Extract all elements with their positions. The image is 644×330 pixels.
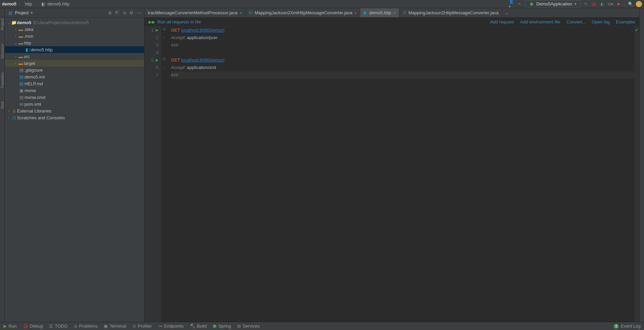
breadcrumb-root[interactable]: demo5: [2, 1, 16, 6]
locate-icon[interactable]: ⊕: [108, 10, 112, 15]
project-view-icon: ▥: [7, 10, 13, 16]
inspection-ok-icon[interactable]: ✔: [635, 28, 638, 33]
profiler-icon: ⊙: [133, 324, 136, 329]
tool-structure-tab[interactable]: Structure: [0, 44, 4, 59]
open-log-link[interactable]: Open log: [592, 19, 610, 24]
tree-help[interactable]: ▤ HELP.md: [5, 80, 144, 87]
collapse-all-icon[interactable]: ⇲: [122, 10, 126, 15]
tree-gitignore[interactable]: ▤ .gitignore: [5, 67, 144, 73]
run-all-requests-button[interactable]: ▶▶ Run all requests in file: [149, 19, 201, 24]
tool-web-tab[interactable]: Web: [0, 101, 4, 109]
close-icon[interactable]: ×: [240, 11, 242, 15]
title-bar: demo5 〉 http 〉 ◧ demo5.http 👤▾ ↖ ⬢ Demo5…: [0, 0, 644, 8]
close-icon[interactable]: ×: [354, 11, 356, 15]
status-endpoints[interactable]: ⫘Endpoints: [158, 324, 184, 329]
add-request-link[interactable]: Add request: [490, 19, 514, 24]
hammer-build-icon[interactable]: ↖: [517, 1, 522, 7]
tree-http-folder[interactable]: ⌄▬ http: [5, 39, 144, 46]
run-icon[interactable]: ↻: [583, 1, 589, 7]
project-tree[interactable]: ⌄📁 demo5 D:\JavaProjects\boot\demo5 ›▬ .…: [5, 18, 144, 322]
debug-icon[interactable]: 🐞: [591, 1, 597, 7]
tab-label: MappingJackson2HttpMessageConverter.java: [408, 10, 499, 15]
warning-icon: ⊘: [74, 324, 77, 329]
tab-abstract-processor[interactable]: tractMessageConverterMethodProcessor.jav…: [144, 8, 245, 18]
dropdown-arrow-icon[interactable]: ▾: [31, 10, 33, 15]
http-file-icon: ◧: [364, 11, 367, 15]
spring-leaf-icon: ⬢: [529, 1, 534, 7]
expand-all-icon[interactable]: ⇱: [115, 10, 119, 15]
fold-icon[interactable]: ⊟: [163, 27, 166, 31]
status-spring[interactable]: ⬢Spring: [213, 324, 231, 329]
line-number: 1: [151, 27, 154, 34]
status-run[interactable]: ▶Run: [3, 324, 17, 329]
tree-iml[interactable]: ▤ demo5.iml: [5, 73, 144, 80]
profile-icon[interactable]: ⊙▾: [608, 1, 613, 7]
tree-http-file[interactable]: ◧ demo5.http: [5, 46, 144, 53]
tree-mvnw[interactable]: ▣ mvnw: [5, 87, 144, 94]
breadcrumb-file[interactable]: demo5.http: [48, 1, 70, 6]
tree-scratches[interactable]: ›◳ Scratches and Consoles: [5, 114, 144, 121]
status-event-log[interactable]: 1 Event Log: [614, 324, 641, 329]
run-request-icon[interactable]: ▶: [156, 56, 158, 64]
tool-project-tab[interactable]: Project: [0, 18, 4, 30]
dropdown-arrow-icon: ▾: [574, 1, 577, 6]
tree-external-libs[interactable]: ›⫼ External Libraries: [5, 107, 144, 114]
tree-pom[interactable]: m pom.xml: [5, 101, 144, 107]
tree-label: demo5.http: [31, 47, 53, 52]
add-user-icon[interactable]: 👤▾: [509, 1, 514, 7]
status-problems[interactable]: ⊘Problems: [74, 324, 98, 329]
tab-json-converter[interactable]: Ⓒ MappingJackson2HttpMessageConverter.ja…: [399, 8, 502, 18]
status-todo[interactable]: ☰TODO: [49, 324, 67, 329]
tool-favorites-tab[interactable]: Favorites: [0, 72, 4, 88]
tree-label: src: [24, 54, 30, 59]
http-file-icon: ◧: [24, 47, 31, 52]
code-editor[interactable]: 1▶ 2 3 4 5▶ 6 7 ⊟ ⌞ ⊟ ⌞ GET localhost:80…: [144, 27, 639, 322]
fold-icon[interactable]: ⊟: [163, 57, 166, 61]
breadcrumb: demo5 〉 http 〉 ◧ demo5.http: [2, 1, 70, 7]
search-icon[interactable]: 🔍: [628, 1, 633, 7]
tree-root[interactable]: ⌄📁 demo5 D:\JavaProjects\boot\demo5: [5, 19, 144, 26]
stop-icon[interactable]: ■: [616, 1, 621, 7]
tree-target[interactable]: ›▬ target: [5, 60, 144, 67]
http-separator: ###: [171, 72, 178, 77]
fold-end-icon[interactable]: ⌞: [163, 65, 164, 68]
status-profiler[interactable]: ⊙Profiler: [133, 324, 152, 329]
status-services[interactable]: ⊞Services: [237, 324, 260, 329]
close-icon[interactable]: ×: [393, 11, 395, 15]
tab-demo5-http[interactable]: ◧ demo5.http ×: [360, 8, 399, 18]
tree-mvnwcmd[interactable]: ▤ mvnw.cmd: [5, 94, 144, 101]
line-number: 7: [156, 71, 158, 79]
add-environment-link[interactable]: Add environment file: [520, 19, 560, 24]
run-configuration-dropdown[interactable]: ⬢ Demo5Application ▾: [525, 0, 580, 8]
run-request-icon[interactable]: ▶: [156, 27, 158, 34]
tree-label: http: [24, 40, 31, 46]
breadcrumb-folder[interactable]: http: [25, 1, 32, 6]
examples-link[interactable]: Examples: [616, 19, 635, 24]
tree-label: demo5.iml: [24, 74, 45, 80]
coverage-icon[interactable]: ◐: [599, 1, 605, 7]
convert-link[interactable]: Convert...: [567, 19, 586, 24]
status-debug[interactable]: 🐞Debug: [23, 324, 43, 329]
tab-xml-converter[interactable]: Ⓒ MappingJackson2XmlHttpMessageConverter…: [245, 8, 360, 18]
tree-label: HELP.md: [24, 81, 43, 86]
hide-panel-icon[interactable]: —: [137, 10, 141, 15]
tabs-overflow-icon[interactable]: ⌄: [502, 10, 511, 15]
status-bar: ▶Run 🐞Debug ☰TODO ⊘Problems ▣Terminal ⊙P…: [0, 322, 644, 330]
http-file-icon: ◧: [41, 1, 46, 7]
http-method: GET: [171, 57, 181, 63]
avatar[interactable]: [636, 1, 642, 7]
http-separator: ###: [171, 42, 178, 48]
status-build[interactable]: 🔨Build: [190, 324, 207, 329]
spring-icon: ⬢: [213, 324, 216, 329]
class-icon: Ⓒ: [403, 10, 406, 15]
project-panel-title[interactable]: Project: [15, 10, 29, 15]
run-config-label: Demo5Application: [536, 1, 572, 6]
settings-gear-icon[interactable]: ⚙: [129, 10, 134, 15]
fold-end-icon[interactable]: ⌞: [163, 35, 164, 38]
tree-src[interactable]: ›▬ src: [5, 53, 144, 60]
code-content[interactable]: ⊟ ⌞ ⊟ ⌞ GET localhost:8080/person Accept…: [161, 27, 634, 322]
status-terminal[interactable]: ▣Terminal: [104, 324, 126, 329]
tab-label: demo5.http: [369, 10, 391, 15]
tree-mvn[interactable]: ›▬ .mvn: [5, 33, 144, 39]
tree-idea[interactable]: ›▬ .idea: [5, 26, 144, 33]
